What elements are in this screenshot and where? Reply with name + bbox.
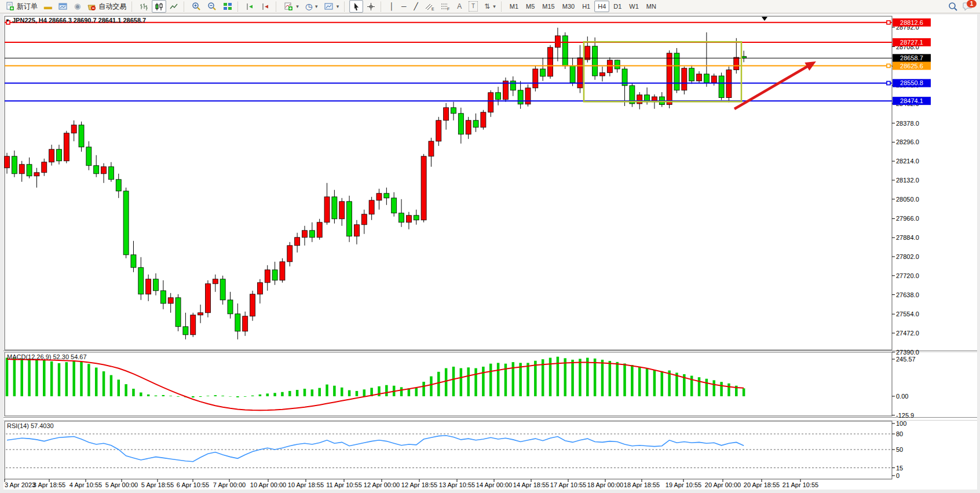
notification-badge: 1 — [967, 0, 977, 8]
candle-bear — [518, 90, 523, 104]
text-tool-button[interactable]: A — [454, 0, 465, 13]
timeframe-button-m15[interactable]: M15 — [539, 1, 558, 12]
price-line-handle[interactable] — [887, 81, 890, 85]
candle-bull — [444, 108, 449, 120]
new-order-button[interactable]: 新订单 — [2, 0, 41, 13]
y-tick-label: 27884.0 — [896, 234, 919, 241]
tile-windows-icon — [223, 2, 232, 11]
candle-bull — [71, 125, 76, 133]
price-line-handle[interactable] — [887, 64, 890, 68]
x-tick-label: 18 Apr 18:55 — [624, 481, 660, 488]
separator — [131, 2, 134, 12]
y-tick-label: 27638.0 — [896, 291, 919, 298]
indicators-button[interactable]: ▾ — [281, 0, 302, 13]
candle-bull — [64, 133, 69, 161]
zoom-out-button[interactable] — [204, 0, 220, 13]
candle-bull — [488, 93, 493, 112]
one-click-trading-toggle[interactable]: ▼ — [5, 18, 10, 23]
auto-trading-button[interactable]: 自动交易 — [84, 0, 129, 13]
vertical-line-icon: │ — [389, 2, 394, 11]
line-chart-button[interactable] — [167, 0, 181, 13]
chart-canvas[interactable]: 28792.028708.028624.028541.028462.028378… — [0, 0, 980, 493]
candlestick-chart-button[interactable] — [152, 0, 166, 13]
candle-bear — [496, 93, 501, 100]
candle-bull — [101, 167, 107, 174]
price-line-handle[interactable] — [887, 21, 890, 24]
candle-bear — [384, 193, 389, 198]
text-label-tool-button[interactable]: T — [466, 0, 481, 13]
separator — [184, 2, 187, 12]
candle-bear — [86, 147, 92, 166]
candle-bull — [585, 46, 590, 60]
templates-button[interactable]: ▾ — [321, 0, 342, 13]
tile-windows-button[interactable] — [220, 0, 235, 13]
crosshair-icon — [367, 2, 375, 11]
timeframe-button-h1[interactable]: H1 — [579, 1, 594, 12]
candle-bear — [540, 69, 546, 76]
shift-chart-icon — [246, 2, 255, 11]
channel-tool-button[interactable]: E — [422, 0, 437, 13]
candle-bear — [228, 300, 233, 314]
timeframe-button-m5[interactable]: M5 — [522, 1, 538, 12]
crosshair-button[interactable] — [364, 0, 378, 13]
candle-bull — [257, 283, 262, 294]
x-tick-label: 3 Apr 18:55 — [33, 481, 65, 488]
candle-bull — [429, 141, 434, 156]
timeframe-button-d1[interactable]: D1 — [610, 1, 625, 12]
bar-chart-button[interactable] — [137, 0, 151, 13]
candle-bear — [570, 66, 575, 83]
indicators-icon — [284, 2, 293, 11]
auto-trading-label: 自动交易 — [98, 2, 126, 12]
template-icon — [324, 2, 334, 11]
price-badge-label: 28550.8 — [900, 79, 923, 86]
fibonacci-tool-button[interactable]: F — [438, 0, 453, 13]
timeframe-button-m1[interactable]: M1 — [506, 1, 522, 12]
candle-bull — [637, 95, 642, 104]
chart-window-icon — [58, 2, 68, 11]
candle-bull — [667, 53, 672, 105]
x-tick-label: 18 Apr 00:00 — [587, 481, 623, 488]
zoom-in-button[interactable] — [189, 0, 204, 13]
timeframe-button-w1[interactable]: W1 — [626, 1, 642, 12]
vertical-line-tool-button[interactable]: │ — [386, 0, 397, 13]
candle-bear — [94, 166, 99, 174]
arrows-icon: ⇅ — [484, 2, 490, 11]
x-tick-label: 20 Apr 18:55 — [744, 481, 780, 488]
candle-bull — [406, 216, 411, 222]
chart-window-button[interactable] — [56, 0, 71, 13]
candle-bear — [131, 255, 136, 268]
arrows-tool-button[interactable]: ⇅ ▾ — [481, 0, 499, 13]
candle-bull — [421, 156, 426, 220]
gold-button[interactable]: ▬ — [41, 0, 55, 13]
candle-bear — [27, 165, 32, 176]
signals-button[interactable]: ◉ — [71, 0, 83, 13]
cursor-button[interactable] — [349, 0, 363, 13]
search-icon[interactable] — [948, 2, 958, 12]
candle-bull — [354, 225, 359, 236]
timeframe-button-mn[interactable]: MN — [643, 1, 660, 12]
timeframe-button-h4[interactable]: H4 — [594, 1, 609, 12]
y-tick-label: 27802.0 — [896, 253, 919, 260]
price-badge-label: 28625.6 — [900, 63, 923, 70]
periods-button[interactable]: ◷ ▾ — [302, 0, 321, 13]
signals-icon: ◉ — [74, 2, 81, 11]
auto-scroll-icon — [261, 2, 270, 11]
horizontal-line-tool-button[interactable]: ─ — [398, 0, 409, 13]
rsi-tick-label: 0 — [896, 472, 899, 479]
candle-bull — [49, 149, 54, 162]
x-tick-label: 5 Apr 18:55 — [141, 481, 174, 488]
trendline-tool-button[interactable]: ╱ — [410, 0, 422, 13]
candle-bear — [562, 36, 568, 66]
horizontal-line-icon: ─ — [401, 2, 407, 11]
candle-bear — [392, 198, 397, 213]
candle-bull — [548, 48, 553, 76]
shift-chart-button[interactable] — [243, 0, 258, 13]
auto-scroll-button[interactable] — [258, 0, 273, 13]
timeframe-button-m30[interactable]: M30 — [559, 1, 578, 12]
x-tick-label: 7 Apr 00:00 — [213, 481, 246, 488]
candle-bull — [243, 316, 248, 331]
candle-bull — [734, 57, 739, 70]
svg-text:E: E — [432, 7, 434, 11]
chat-button[interactable]: 1 — [963, 1, 974, 12]
candle-bear — [332, 197, 337, 219]
